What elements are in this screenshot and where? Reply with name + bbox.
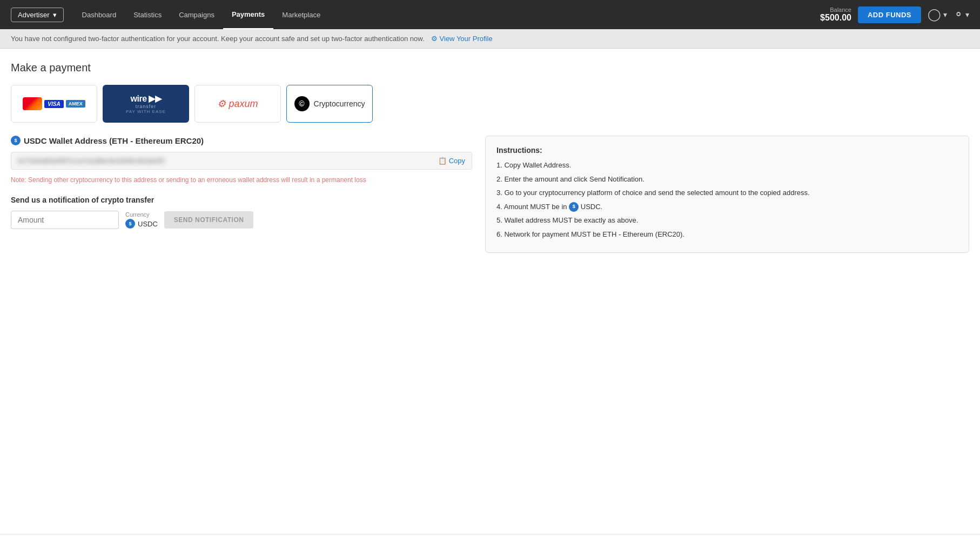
copy-button[interactable]: 📋 Copy (438, 157, 465, 165)
crypto-label: Cryptocurrency (314, 99, 365, 108)
currency-value: USDC (138, 220, 158, 228)
nav-links: Dashboard Statistics Campaigns Payments … (73, 0, 816, 29)
crypto-icon: © (294, 96, 310, 111)
transactions-section: Date Range All ▾ 2022 2022 March Opening… (0, 534, 980, 536)
nav-statistics[interactable]: Statistics (125, 0, 170, 29)
wire-transfer-label: wire ▶▶ transfer PAY WITH EASE (126, 93, 166, 114)
instruction-1: 1. Copy Wallet Address. (496, 160, 958, 171)
payment-method-paxum[interactable]: ⚙ paxum (194, 85, 281, 123)
paxum-logo: ⚙ paxum (217, 98, 258, 110)
instruction-2: 2. Enter the amount and click Send Notif… (496, 174, 958, 185)
navbar: Advertiser ▾ Dashboard Statistics Campai… (0, 0, 980, 29)
instruction-3: 3. Go to your cryptocurrency platform of… (496, 187, 958, 198)
notification-form: Currency $ USDC SEND NOTIFICATION (11, 211, 472, 229)
balance-amount: $500.00 (820, 13, 851, 23)
amex-logo: AMEX (66, 100, 85, 108)
currency-selector[interactable]: $ USDC (125, 219, 158, 229)
balance-box: Balance $500.00 (820, 6, 851, 23)
send-notification-button[interactable]: SEND NOTIFICATION (164, 211, 254, 229)
language-icon[interactable]: ⚬ ▾ (954, 8, 969, 22)
instructions-list: 1. Copy Wallet Address. 2. Enter the amo… (496, 160, 958, 239)
usdc-icon: $ (11, 136, 21, 145)
alert-bar: You have not configured two-factor authe… (0, 29, 980, 49)
nav-right: Balance $500.00 ADD FUNDS ◯ ▾ ⚬ ▾ (820, 6, 969, 23)
wallet-title: $ USDC Wallet Address (ETH - Ethereum ER… (11, 136, 472, 145)
crypto-left: $ USDC Wallet Address (ETH - Ethereum ER… (11, 136, 472, 253)
nav-payments[interactable]: Payments (223, 0, 273, 29)
wallet-title-text: USDC Wallet Address (ETH - Ethereum ERC2… (24, 136, 204, 145)
usdc-currency-icon: $ (125, 219, 135, 229)
view-profile-link[interactable]: ⚙ View Your Profile (431, 35, 493, 43)
payment-method-card[interactable]: VISA AMEX (11, 85, 97, 123)
page-title: Make a payment (11, 62, 969, 74)
currency-field: Currency $ USDC (125, 211, 158, 229)
advertiser-label: Advertiser (18, 11, 50, 19)
instructions-title: Instructions: (496, 146, 958, 155)
wallet-address-row: 0x71b4eaf0a45971cce7a1d0b14e1640b14b1de3… (11, 152, 472, 170)
visa-logo: VISA (44, 100, 63, 108)
payment-method-crypto[interactable]: © Cryptocurrency (286, 85, 373, 123)
payment-method-wire[interactable]: wire ▶▶ transfer PAY WITH EASE (103, 85, 189, 123)
amount-input[interactable] (11, 211, 119, 229)
instruction-6: 6. Network for payment MUST be ETH - Eth… (496, 229, 958, 240)
shield-icon: ⚙ (431, 35, 438, 43)
instruction-4: 4. Amount MUST be in $ USDC. (496, 202, 958, 212)
alert-message: You have not configured two-factor authe… (11, 35, 425, 43)
nav-marketplace[interactable]: Marketplace (273, 0, 329, 29)
copy-label: Copy (449, 157, 465, 165)
instructions-panel: Instructions: 1. Copy Wallet Address. 2.… (485, 136, 969, 253)
add-funds-button[interactable]: ADD FUNDS (858, 6, 921, 23)
card-logos: VISA AMEX (23, 97, 85, 110)
send-notification-title: Send us a notification of crypto transfe… (11, 196, 472, 204)
wallet-note: Note: Sending other cryptocurrency to th… (11, 175, 472, 185)
chevron-down-icon: ▾ (53, 11, 57, 19)
nav-dashboard[interactable]: Dashboard (73, 0, 125, 29)
currency-label: Currency (125, 211, 158, 218)
instruction-5: 5. Wallet address MUST be exactly as abo… (496, 215, 958, 226)
user-icon[interactable]: ◯ ▾ (928, 8, 947, 22)
view-profile-label: View Your Profile (440, 35, 493, 43)
balance-label: Balance (820, 6, 851, 13)
payment-methods: VISA AMEX wire ▶▶ transfer PAY WITH EASE… (11, 85, 969, 123)
wallet-address: 0x71b4eaf0a45971cce7a1d0b14e1640b14b1de3… (18, 157, 433, 165)
main-content: Make a payment VISA AMEX wire ▶▶ transfe… (0, 49, 980, 534)
crypto-section: $ USDC Wallet Address (ETH - Ethereum ER… (11, 136, 969, 253)
advertiser-dropdown[interactable]: Advertiser ▾ (11, 8, 64, 22)
copy-icon: 📋 (438, 157, 447, 165)
nav-campaigns[interactable]: Campaigns (170, 0, 223, 29)
